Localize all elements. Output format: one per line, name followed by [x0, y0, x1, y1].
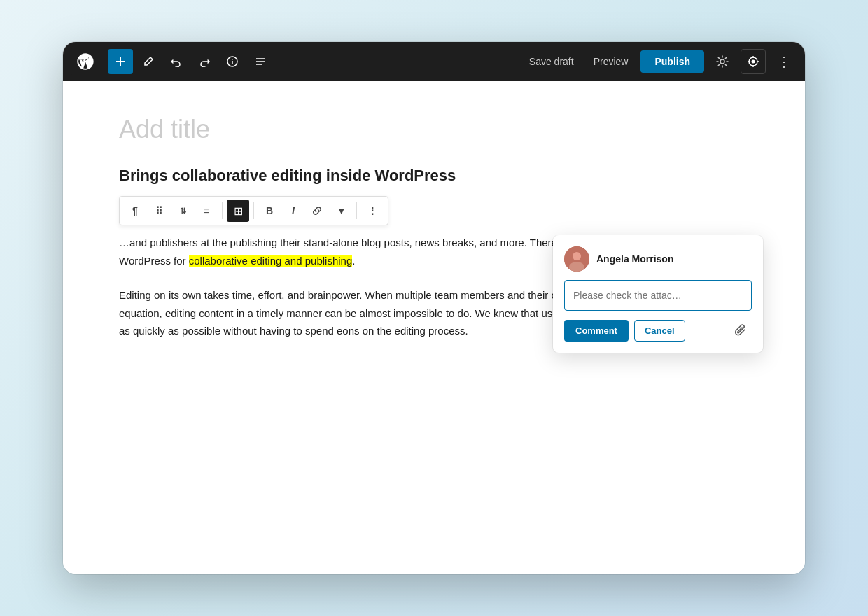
location-button[interactable] [741, 49, 766, 74]
info-button[interactable] [220, 49, 245, 74]
toolbar-right: Save draft Preview Publish ⋮ [522, 49, 797, 74]
paragraph-icon-btn[interactable]: ¶ [124, 200, 146, 222]
publish-button[interactable]: Publish [640, 50, 704, 73]
toolbar-divider-2 [253, 202, 254, 219]
save-draft-button[interactable]: Save draft [522, 52, 581, 71]
undo-button[interactable] [164, 49, 189, 74]
editor-toolbar: Save draft Preview Publish ⋮ [63, 42, 805, 81]
comment-submit-button[interactable]: Comment [564, 320, 629, 342]
link-btn[interactable] [306, 200, 328, 222]
block-options-btn[interactable]: ⋮ [361, 200, 384, 222]
block-toolbar: ¶ ⠿ ⇅ ≡ ⊞ B I ▾ ⋮ [119, 196, 388, 225]
drag-handle-btn[interactable]: ⠿ [148, 200, 170, 222]
wp-logo[interactable] [71, 48, 99, 76]
bold-btn[interactable]: B [258, 200, 281, 222]
svg-point-4 [232, 59, 233, 60]
highlighted-text: collaborative editing and publishing [189, 255, 353, 267]
redo-button[interactable] [192, 49, 217, 74]
list-view-button[interactable] [248, 49, 273, 74]
comment-popup: Angela Morrison Comment Cancel [553, 235, 763, 353]
edit-button[interactable] [136, 49, 161, 74]
toolbar-divider-3 [356, 202, 357, 219]
author-name: Angela Morrison [596, 253, 673, 265]
comment-actions: Comment Cancel [564, 319, 752, 342]
move-arrows-btn[interactable]: ⇅ [172, 200, 194, 222]
comment-input[interactable] [564, 280, 752, 311]
add-inline-btn[interactable]: ⊞ [227, 200, 249, 222]
post-heading: Brings collaborative editing inside Word… [119, 167, 749, 185]
editor-area: Add title Brings collaborative editing i… [63, 81, 805, 574]
comment-attach-button[interactable] [729, 319, 752, 342]
author-avatar [564, 246, 589, 272]
settings-button[interactable] [710, 49, 735, 74]
comment-cancel-button[interactable]: Cancel [634, 320, 685, 342]
svg-point-10 [752, 60, 755, 64]
more-options-button[interactable]: ⋮ [771, 49, 797, 74]
toolbar-divider-1 [222, 202, 223, 219]
comment-author: Angela Morrison [564, 246, 752, 272]
paragraph1-suffix: . [352, 255, 355, 267]
align-btn[interactable]: ≡ [195, 200, 218, 222]
browser-window: Save draft Preview Publish ⋮ Add title B… [63, 42, 805, 574]
svg-point-8 [720, 59, 724, 64]
svg-point-16 [573, 252, 581, 260]
italic-btn[interactable]: I [282, 200, 304, 222]
add-block-button[interactable] [108, 49, 133, 74]
more-formats-btn[interactable]: ▾ [330, 200, 352, 222]
post-title[interactable]: Add title [119, 115, 749, 144]
preview-button[interactable]: Preview [587, 52, 636, 71]
